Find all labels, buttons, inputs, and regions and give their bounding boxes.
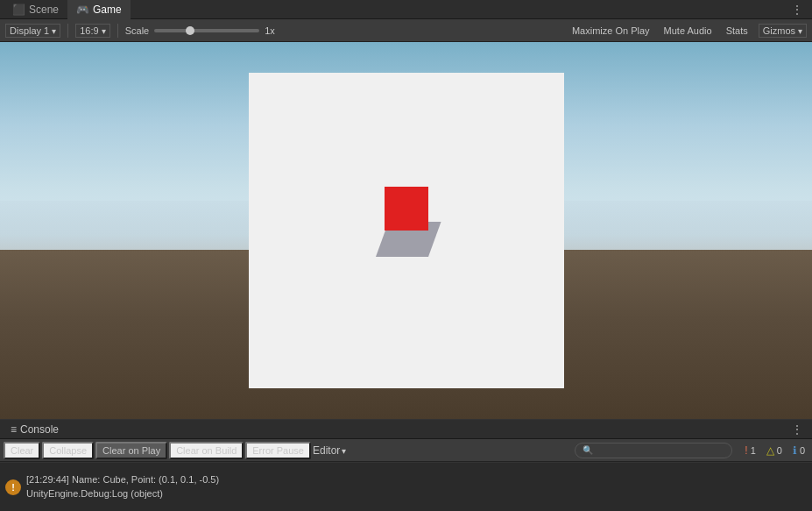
tab-game[interactable]: 🎮 Game <box>67 0 131 19</box>
display-label: Display 1 <box>10 25 49 36</box>
cube-face <box>385 187 428 231</box>
console-more-button[interactable]: ⋮ <box>786 422 808 436</box>
gizmos-chevron-icon <box>798 25 802 36</box>
info-badge-icon: ℹ <box>793 444 797 457</box>
scene-icon: ⬛ <box>12 4 25 16</box>
game-viewport <box>0 42 812 419</box>
tab-console[interactable]: ≡ Console <box>4 420 66 439</box>
clear-on-play-button[interactable]: Clear on Play <box>95 442 167 459</box>
tab-game-label: Game <box>93 4 122 16</box>
error-badge-icon: ! <box>745 444 747 457</box>
console-search-box[interactable]: 🔍 <box>575 443 732 458</box>
toolbar-divider-1 <box>67 24 68 38</box>
display-select[interactable]: Display 1 <box>5 24 60 38</box>
toolbar-right: Maximize On Play Mute Audio Stats Gizmos <box>568 24 807 38</box>
maximize-on-play-button[interactable]: Maximize On Play <box>568 25 653 37</box>
clear-button[interactable]: Clear <box>4 442 40 459</box>
stats-button[interactable]: Stats <box>723 25 752 37</box>
console-toolbar: Clear Collapse Clear on Play Clear on Bu… <box>0 439 812 462</box>
toolbar-divider-2 <box>117 24 118 38</box>
badge-group: ! 1 △ 0 ℹ 0 <box>741 444 808 458</box>
console-area: ≡ Console ⋮ Clear Collapse Clear on Play… <box>0 419 812 511</box>
error-badge-count: 1 <box>751 445 756 456</box>
search-icon: 🔍 <box>583 445 593 455</box>
game-icon: 🎮 <box>76 4 89 16</box>
console-tab-label: Console <box>20 423 59 436</box>
display-chevron-icon <box>52 25 56 36</box>
warning-badge-count: 0 <box>777 445 782 456</box>
log-content: [21:29:44] Name: Cube, Point: (0.1, 0.1,… <box>26 473 219 500</box>
editor-dropdown[interactable]: Editor <box>313 444 346 457</box>
scale-slider[interactable] <box>154 29 259 32</box>
warning-badge: △ 0 <box>763 444 786 458</box>
warning-badge-icon: △ <box>766 444 774 457</box>
mute-audio-button[interactable]: Mute Audio <box>660 25 716 37</box>
scale-value: 1x <box>265 25 275 36</box>
info-badge: ℹ 0 <box>789 444 808 458</box>
error-badge: ! 1 <box>741 444 759 458</box>
game-toolbar: Display 1 16:9 Scale 1x Maximize On Play… <box>0 19 812 42</box>
log-source-line: UnityEngine.Debug:Log (object) <box>26 487 219 500</box>
game-render-panel <box>249 73 564 388</box>
aspect-select[interactable]: 16:9 <box>75 24 109 38</box>
aspect-label: 16:9 <box>80 25 98 36</box>
log-timestamp: [21:29:44] <box>26 474 69 485</box>
log-entry[interactable]: ! [21:29:44] Name: Cube, Point: (0.1, 0.… <box>0 462 812 511</box>
gizmos-label: Gizmos <box>763 25 795 36</box>
editor-chevron-icon <box>342 444 346 457</box>
clear-on-build-button[interactable]: Clear on Build <box>169 442 244 459</box>
aspect-chevron-icon <box>102 25 106 36</box>
log-message: Name: Cube, Point: (0.1, 0.1, -0.5) <box>72 474 219 485</box>
top-tab-bar: ⬛ Scene 🎮 Game ⋮ <box>0 0 812 19</box>
tab-more-button[interactable]: ⋮ <box>786 3 808 17</box>
red-cube <box>376 187 437 257</box>
gizmos-select[interactable]: Gizmos <box>759 24 807 38</box>
log-warning-icon: ! <box>5 479 21 495</box>
console-tab-bar: ≡ Console ⋮ <box>0 420 812 439</box>
editor-label: Editor <box>313 444 340 457</box>
scale-label: Scale <box>125 25 150 36</box>
tab-scene[interactable]: ⬛ Scene <box>4 0 67 19</box>
tab-scene-label: Scene <box>29 4 59 16</box>
console-search-input[interactable] <box>597 445 724 456</box>
collapse-button[interactable]: Collapse <box>42 442 94 459</box>
log-message-line: [21:29:44] Name: Cube, Point: (0.1, 0.1,… <box>26 473 219 486</box>
info-badge-count: 0 <box>800 445 805 456</box>
scale-thumb <box>186 26 194 35</box>
error-pause-button[interactable]: Error Pause <box>245 442 311 459</box>
console-tab-icon: ≡ <box>11 423 17 436</box>
